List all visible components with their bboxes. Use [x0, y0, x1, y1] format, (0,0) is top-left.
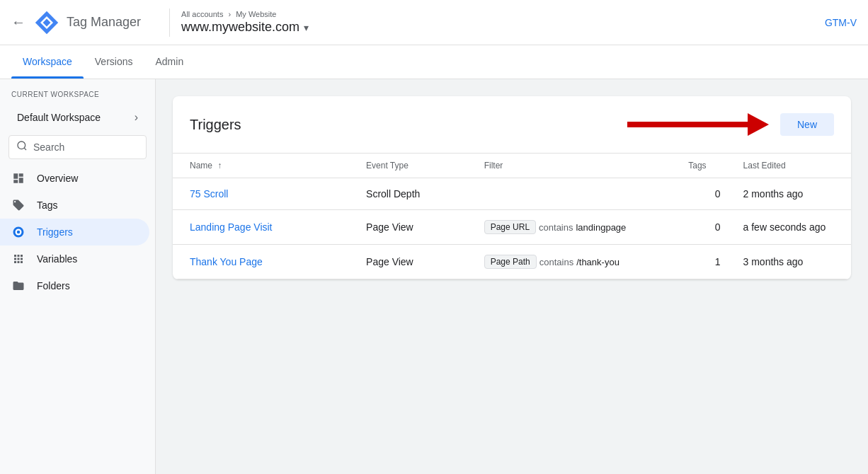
- last-edited-cell: 2 months ago: [732, 178, 851, 210]
- filter-badge: Page URL contains landingpage: [484, 220, 627, 234]
- svg-point-3: [18, 141, 25, 149]
- workspace-section-label: CURRENT WORKSPACE: [0, 85, 155, 100]
- last-edited-cell: a few seconds ago: [732, 210, 851, 245]
- annotation-arrow: [627, 110, 769, 139]
- table-row: Landing Page Visit Page View Page URL co…: [173, 210, 851, 245]
- sidebar-item-triggers-label: Triggers: [37, 226, 73, 238]
- workspace-name: Default Workspace: [17, 112, 101, 123]
- current-account[interactable]: www.mywebsite.com ▾: [181, 20, 309, 35]
- sidebar-item-triggers[interactable]: Triggers: [0, 219, 149, 245]
- red-arrow-icon: [627, 110, 769, 139]
- tab-versions[interactable]: Versions: [84, 45, 144, 79]
- table-row: Thank You Page Page View Page Path conta…: [173, 245, 851, 279]
- triggers-header: Triggers New: [173, 96, 851, 153]
- trigger-link-landing-page-visit[interactable]: Landing Page Visit: [190, 221, 273, 233]
- tags-count-cell: 0: [677, 210, 731, 245]
- trigger-name-cell: Thank You Page: [173, 245, 355, 279]
- trigger-name-cell: 75 Scroll: [173, 178, 355, 210]
- app-title: Tag Manager: [67, 15, 141, 30]
- tab-admin[interactable]: Admin: [144, 45, 195, 79]
- triggers-card: Triggers New N: [173, 96, 851, 279]
- triggers-table: Name ↑ Event Type Filter Tags Last Edite…: [173, 153, 851, 279]
- sidebar-item-folders-label: Folders: [37, 280, 70, 291]
- dropdown-arrow-icon: ▾: [304, 22, 309, 33]
- gtm-logo: [34, 10, 59, 35]
- col-header-filter: Filter: [473, 154, 678, 178]
- breadcrumb: All accounts › My Website www.mywebsite.…: [181, 10, 309, 35]
- sidebar-item-variables[interactable]: Variables: [0, 245, 149, 272]
- header-divider: [169, 8, 170, 37]
- sort-arrow-icon: ↑: [217, 161, 222, 170]
- workspace-selector[interactable]: Default Workspace ›: [6, 105, 149, 129]
- search-placeholder: Search: [33, 141, 64, 153]
- sidebar-item-tags-label: Tags: [37, 200, 58, 211]
- event-type-cell: Page View: [355, 210, 473, 245]
- breadcrumb-site-link[interactable]: My Website: [236, 10, 276, 18]
- filter-condition: contains: [539, 257, 573, 267]
- col-header-event-type: Event Type: [355, 154, 473, 178]
- variables-icon: [11, 253, 25, 265]
- filter-value: landingpage: [576, 222, 626, 233]
- top-bar: ← Tag Manager All accounts › My Website …: [0, 0, 868, 45]
- filter-key: Page URL: [484, 220, 536, 234]
- logo-container: Tag Manager: [34, 10, 141, 35]
- trigger-link-75-scroll[interactable]: 75 Scroll: [190, 188, 228, 200]
- nav-tabs: Workspace Versions Admin: [0, 45, 868, 79]
- content-area: Triggers New N: [156, 79, 868, 474]
- triggers-title: Triggers: [190, 117, 241, 133]
- sidebar-item-folders[interactable]: Folders: [0, 272, 149, 299]
- table-row: 75 Scroll Scroll Depth 0 2 months ago: [173, 178, 851, 210]
- col-header-name: Name ↑: [173, 154, 355, 178]
- sidebar: CURRENT WORKSPACE Default Workspace › Se…: [0, 79, 156, 474]
- workspace-chevron-icon: ›: [135, 111, 138, 124]
- event-type-cell: Scroll Depth: [355, 178, 473, 210]
- overview-icon: [11, 172, 25, 185]
- filter-condition: contains: [539, 222, 573, 233]
- col-header-last-edited: Last Edited: [732, 154, 851, 178]
- event-type-cell: Page View: [355, 245, 473, 279]
- table-header-row: Name ↑ Event Type Filter Tags Last Edite…: [173, 154, 851, 178]
- svg-point-7: [17, 231, 21, 234]
- tags-icon: [11, 199, 25, 212]
- tags-count-cell: 1: [677, 245, 731, 279]
- search-box[interactable]: Search: [8, 135, 147, 159]
- sidebar-nav: Overview Tags: [0, 165, 155, 299]
- search-icon: [16, 140, 28, 154]
- col-header-tags: Tags: [677, 154, 731, 178]
- breadcrumb-separator: ›: [228, 10, 231, 18]
- sidebar-item-overview[interactable]: Overview: [0, 165, 149, 192]
- svg-marker-9: [748, 113, 769, 136]
- sidebar-item-tags[interactable]: Tags: [0, 192, 149, 219]
- main-layout: CURRENT WORKSPACE Default Workspace › Se…: [0, 79, 868, 474]
- filter-value: /thank-you: [576, 257, 619, 267]
- trigger-link-thank-you-page[interactable]: Thank You Page: [190, 256, 263, 267]
- svg-line-4: [24, 148, 26, 150]
- current-url: www.mywebsite.com: [181, 20, 299, 35]
- gtm-id-badge: GTM-V: [813, 0, 868, 45]
- tags-count-cell: 0: [677, 178, 731, 210]
- header-right: New: [627, 110, 834, 139]
- new-trigger-button[interactable]: New: [780, 113, 834, 136]
- last-edited-cell: 3 months ago: [732, 245, 851, 279]
- filter-cell: Page Path contains /thank-you: [473, 245, 678, 279]
- triggers-icon: [11, 226, 25, 238]
- back-button[interactable]: ←: [11, 14, 25, 30]
- filter-key: Page Path: [484, 255, 537, 269]
- filter-cell: Page URL contains landingpage: [473, 210, 678, 245]
- breadcrumb-accounts-link[interactable]: All accounts: [181, 10, 223, 18]
- trigger-name-cell: Landing Page Visit: [173, 210, 355, 245]
- sidebar-item-variables-label: Variables: [37, 253, 77, 265]
- filter-cell: [473, 178, 678, 210]
- breadcrumb-path: All accounts › My Website: [181, 10, 309, 18]
- sidebar-item-overview-label: Overview: [37, 173, 78, 184]
- filter-badge: Page Path contains /thank-you: [484, 255, 619, 269]
- folders-icon: [11, 279, 25, 292]
- tab-workspace[interactable]: Workspace: [11, 45, 84, 79]
